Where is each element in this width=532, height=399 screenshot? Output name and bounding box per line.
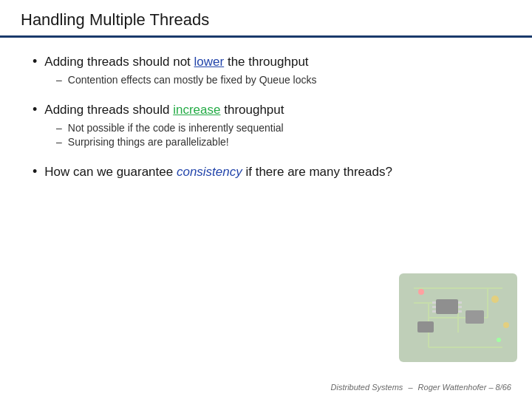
sub-bullet-2-2: – Surprising things are parallelizable! bbox=[56, 136, 499, 148]
svg-rect-16 bbox=[458, 310, 462, 313]
svg-point-20 bbox=[497, 338, 501, 342]
bullet-main-2: • Adding threads should increase through… bbox=[33, 102, 499, 117]
footer-separator: – bbox=[408, 383, 412, 392]
bullet-prefix-1: Adding threads should not bbox=[44, 55, 194, 69]
bullet-suffix-3: if there are many threads? bbox=[242, 165, 392, 179]
bullet-item-3: • How can we guarantee consistency if th… bbox=[33, 164, 499, 180]
title-bar: Handling Multiple Threads bbox=[0, 0, 532, 38]
bullet-prefix-3: How can we guarantee bbox=[44, 165, 177, 179]
svg-rect-12 bbox=[432, 306, 436, 308]
highlight-increase-2: increase bbox=[173, 103, 220, 117]
bullet-text-3: How can we guarantee consistency if ther… bbox=[44, 165, 392, 180]
sub-dash-2-1: – bbox=[56, 122, 62, 134]
bullet-dot-2: • bbox=[33, 102, 37, 117]
slide-content: • Adding threads should not lower the th… bbox=[0, 38, 532, 211]
sub-dash-1-1: – bbox=[56, 74, 62, 86]
slide: Handling Multiple Threads • Adding threa… bbox=[0, 0, 532, 399]
footer-page: – 8/66 bbox=[488, 383, 511, 392]
highlight-consistency-3: consistency bbox=[177, 165, 242, 179]
svg-rect-15 bbox=[458, 306, 462, 308]
footer: Distributed Systems – Roger Wattenhofer … bbox=[331, 383, 511, 392]
sub-bullet-text-2-2: Surprising things are parallelizable! bbox=[68, 136, 229, 148]
bullet-item-1: • Adding threads should not lower the th… bbox=[33, 54, 499, 86]
svg-rect-8 bbox=[436, 299, 458, 314]
bullet-prefix-2: Adding threads should bbox=[44, 103, 173, 117]
svg-rect-11 bbox=[432, 301, 436, 304]
svg-rect-14 bbox=[458, 301, 462, 304]
bullet-suffix-2: throughput bbox=[220, 103, 284, 117]
circuit-board-image bbox=[384, 259, 532, 377]
sub-bullet-2-1: – Not possible if the code is inherently… bbox=[56, 122, 499, 134]
bullet-main-1: • Adding threads should not lower the th… bbox=[33, 54, 499, 69]
bullet-text-1: Adding threads should not lower the thro… bbox=[44, 55, 308, 69]
highlight-lower-1: lower bbox=[194, 55, 225, 69]
footer-author: Roger Wattenhofer bbox=[418, 383, 487, 392]
circuit-svg bbox=[384, 259, 532, 377]
bullet-item-2: • Adding threads should increase through… bbox=[33, 102, 499, 148]
bullet-text-2: Adding threads should increase throughpu… bbox=[44, 103, 284, 117]
slide-title: Handling Multiple Threads bbox=[21, 10, 511, 30]
sub-bullets-2: – Not possible if the code is inherently… bbox=[56, 122, 499, 148]
footer-course: Distributed Systems bbox=[331, 383, 403, 392]
svg-rect-13 bbox=[432, 310, 436, 313]
svg-rect-9 bbox=[466, 310, 484, 324]
bullet-dot-1: • bbox=[33, 54, 37, 69]
bullet-dot-3: • bbox=[33, 164, 37, 180]
sub-bullet-text-2-1: Not possible if the code is inherently s… bbox=[68, 122, 284, 134]
bullet-main-3: • How can we guarantee consistency if th… bbox=[33, 164, 499, 180]
bullet-suffix-1: the throughput bbox=[224, 55, 308, 69]
sub-bullets-1: – Contention effects can mostly be fixed… bbox=[56, 74, 499, 86]
svg-point-18 bbox=[503, 322, 509, 328]
svg-point-17 bbox=[491, 296, 499, 303]
sub-bullet-text-1-1: Contention effects can mostly be fixed b… bbox=[68, 74, 317, 86]
svg-point-19 bbox=[418, 289, 424, 295]
svg-rect-10 bbox=[417, 321, 434, 332]
sub-bullet-1-1: – Contention effects can mostly be fixed… bbox=[56, 74, 499, 86]
sub-dash-2-2: – bbox=[56, 136, 62, 148]
